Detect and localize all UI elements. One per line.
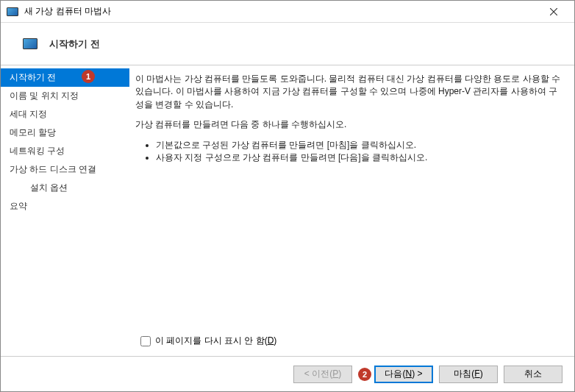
sidebar-item-label: 메모리 할당 [10, 127, 56, 138]
sidebar-item-label: 네트워킹 구성 [10, 146, 65, 156]
instruction-list: 기본값으로 구성된 가상 컴퓨터를 만들려면 [마침]을 클릭하십시오. 사용자… [135, 139, 562, 165]
list-item: 사용자 지정 구성으로 가상 컴퓨터를 만들려면 [다음]을 클릭하십시오. [156, 152, 562, 164]
window-title: 새 가상 컴퓨터 마법사 [24, 5, 539, 18]
sidebar-item-networking[interactable]: 네트워킹 구성 [1, 142, 129, 160]
intro-paragraph: 이 마법사는 가상 컴퓨터를 만들도록 도와줍니다. 물리적 컴퓨터 대신 가상… [135, 73, 562, 111]
finish-button[interactable]: 마침(F) [439, 366, 498, 383]
sidebar: 시작하기 전 1 이름 및 위치 지정 세대 지정 메모리 할당 네트워킹 구성… [1, 65, 129, 356]
dont-show-again-label[interactable]: 이 페이지를 다시 표시 안 함(D) [155, 335, 276, 347]
sidebar-item-vhd[interactable]: 가상 하드 디스크 연결 [1, 160, 129, 179]
dont-show-again-row: 이 페이지를 다시 표시 안 함(D) [140, 335, 276, 347]
cancel-button[interactable]: 취소 [504, 366, 562, 383]
sidebar-item-label: 세대 지정 [10, 109, 47, 119]
sidebar-item-install-options[interactable]: 설치 옵션 [1, 179, 129, 197]
close-button[interactable] [539, 1, 568, 22]
previous-button: < 이전(P) [293, 366, 352, 383]
footer: < 이전(P) 2 다음(N) > 마침(F) 취소 [1, 356, 574, 391]
app-icon [7, 7, 18, 16]
dont-show-again-checkbox[interactable] [140, 336, 151, 346]
sidebar-item-label: 가상 하드 디스크 연결 [10, 164, 96, 174]
header: 시작하기 전 [1, 23, 574, 65]
next-button[interactable]: 다음(N) > [374, 366, 433, 383]
sidebar-item-label: 시작하기 전 [10, 72, 56, 82]
instruction-paragraph: 가상 컴퓨터를 만들려면 다음 중 하나를 수행하십시오. [135, 118, 562, 131]
sidebar-item-summary[interactable]: 요약 [1, 197, 129, 215]
list-item: 기본값으로 구성된 가상 컴퓨터를 만들려면 [마침]을 클릭하십시오. [156, 139, 562, 152]
sidebar-item-generation[interactable]: 세대 지정 [1, 105, 129, 124]
annotation-badge-2: 2 [358, 368, 371, 381]
sidebar-item-name-location[interactable]: 이름 및 위치 지정 [1, 87, 129, 105]
body: 시작하기 전 1 이름 및 위치 지정 세대 지정 메모리 할당 네트워킹 구성… [1, 65, 574, 356]
content: 이 마법사는 가상 컴퓨터를 만들도록 도와줍니다. 물리적 컴퓨터 대신 가상… [129, 65, 574, 356]
sidebar-item-before-you-begin[interactable]: 시작하기 전 1 [1, 68, 129, 87]
titlebar: 새 가상 컴퓨터 마법사 [1, 1, 574, 23]
sidebar-item-label: 설치 옵션 [30, 182, 68, 193]
close-icon [550, 8, 557, 15]
sidebar-item-label: 요약 [10, 201, 27, 211]
page-title: 시작하기 전 [49, 38, 100, 51]
wizard-window: 새 가상 컴퓨터 마법사 시작하기 전 시작하기 전 1 이름 및 위치 지정 … [0, 0, 575, 392]
sidebar-item-label: 이름 및 위치 지정 [10, 90, 79, 101]
annotation-badge-1: 1 [82, 70, 95, 83]
sidebar-item-memory[interactable]: 메모리 할당 [1, 124, 129, 142]
next-button-wrap: 2 다음(N) > [358, 366, 433, 383]
header-icon [23, 38, 38, 49]
